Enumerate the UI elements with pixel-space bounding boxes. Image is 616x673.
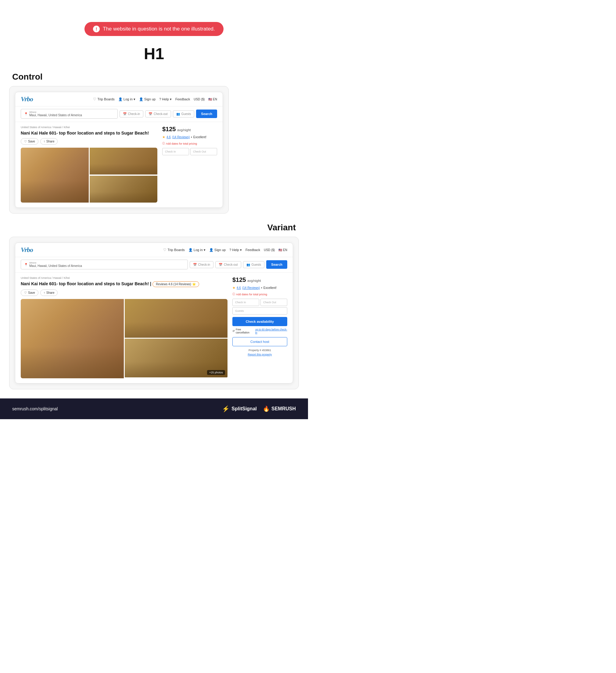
variant-search-bar: 📍 Where Maui, Hawaii, United States of A… [15, 257, 293, 273]
control-header: Vrbo ♡ Trip Boards 👤 Log in ▾ 👤 Sign up … [15, 92, 223, 106]
control-feedback[interactable]: Feedback [175, 97, 190, 101]
variant-header: Vrbo ♡ Trip Boards 👤 Log in ▾ 👤 Sign up … [15, 243, 293, 257]
refresh-icon: ↺ [232, 329, 235, 332]
splitsignal-logo: ⚡ SplitSignal [222, 405, 257, 413]
control-where-input[interactable]: 📍 Where Maui, Hawaii, United States of A… [21, 109, 118, 119]
control-checkin-input[interactable]: Check In [162, 148, 189, 155]
variant-add-dates: ⓘ Add dates for total pricing [232, 292, 287, 296]
calendar-icon-2: 📅 [148, 112, 152, 116]
variant-share-button[interactable]: ↑ Share [40, 289, 58, 296]
control-label: Control [12, 72, 308, 82]
chevron-icon-v: ▾ [204, 248, 206, 252]
variant-breadcrumb: United States of America / Hawaii / Kihe… [21, 276, 228, 279]
variant-price: $125 avg/night [232, 276, 287, 283]
control-checkout-input[interactable]: Check Out [190, 148, 217, 155]
variant-login[interactable]: 👤 Log in ▾ [189, 248, 206, 252]
report-property-link[interactable]: Report this property [232, 353, 287, 356]
variant-guests[interactable]: 👥 Guests [243, 261, 265, 268]
variant-window: Vrbo ♡ Trip Boards 👤 Log in ▾ 👤 Sign up … [15, 243, 293, 384]
control-trip-boards[interactable]: ♡ Trip Boards [93, 97, 114, 101]
control-side-image-1[interactable] [90, 148, 158, 175]
variant-card: Vrbo ♡ Trip Boards 👤 Log in ▾ 👤 Sign up … [9, 237, 299, 389]
control-language[interactable]: 🇺🇸 EN [208, 97, 217, 101]
control-guests[interactable]: 👥 Guests [173, 110, 195, 118]
property-number: Property # 453861 [232, 349, 287, 352]
page-heading: H1 [0, 44, 308, 63]
info-icon-v: ⓘ [232, 292, 235, 296]
heart-save-icon: ♡ [24, 140, 27, 143]
control-images [21, 148, 158, 203]
variant-checkout-input[interactable]: Check Out [260, 299, 287, 306]
variant-main-image[interactable] [21, 299, 124, 378]
control-currency[interactable]: USD ($) [194, 97, 205, 101]
help-icon-v: ? [229, 248, 231, 252]
calendar-icon-v2: 📅 [219, 263, 222, 266]
variant-property-left: United States of America / Hawaii / Kihe… [21, 276, 228, 378]
variant-trip-boards[interactable]: ♡ Trip Boards [163, 248, 185, 252]
variant-help[interactable]: ? Help ▾ [229, 248, 242, 252]
variant-property-content: United States of America / Hawaii / Kihe… [15, 273, 293, 383]
control-date-inputs: Check In Check Out [162, 148, 217, 155]
control-vrbo-logo: Vrbo [21, 95, 33, 103]
variant-search-button[interactable]: Search [266, 260, 287, 269]
calendar-icon: 📅 [123, 112, 126, 116]
control-help[interactable]: ? Help ▾ [159, 97, 172, 101]
control-save-button[interactable]: ♡ Save [21, 138, 38, 145]
control-login[interactable]: 👤 Log in ▾ [118, 97, 135, 101]
variant-vrbo-logo: Vrbo [21, 246, 33, 254]
control-rating: ★ 4.6 (14 Reviews) • Excellent! [162, 135, 217, 139]
control-window: Vrbo ♡ Trip Boards 👤 Log in ▾ 👤 Sign up … [15, 92, 223, 208]
variant-pricing: $125 avg/night ★ 4.6 (14 Reviews) • Exce… [232, 276, 287, 378]
control-breadcrumb: United States of America / Hawaii / Kihe… [21, 126, 158, 129]
star-icon: ★ [162, 135, 165, 139]
variant-label: Variant [0, 223, 296, 232]
semrush-icon: 🔥 [263, 406, 270, 412]
chevron-icon: ▾ [133, 97, 135, 101]
control-main-image[interactable] [21, 148, 89, 203]
location-icon-v: 📍 [24, 263, 28, 266]
footer-logos: ⚡ SplitSignal 🔥 SEMRUSH [222, 405, 296, 413]
user-plus-icon-v: 👤 [209, 248, 214, 252]
user-icon: 👤 [118, 97, 122, 101]
heart-save-icon-v: ♡ [24, 291, 27, 294]
variant-checkout[interactable]: 📅 Check-out [215, 261, 241, 268]
control-property-title: Nani Kai Hale 601- top floor location an… [21, 130, 158, 136]
variant-save-button[interactable]: ♡ Save [21, 289, 38, 296]
photos-count-overlay[interactable]: +25 photos [207, 370, 225, 375]
check-availability-button[interactable]: Check availability [232, 317, 287, 326]
variant-rating: ★ 4.6 (14 Reviews) • Excellent! [232, 286, 287, 290]
contact-host-button[interactable]: Contact host [232, 337, 287, 346]
variant-checkin-input[interactable]: Check In [232, 299, 259, 306]
control-price: $125 avg/night [162, 126, 217, 133]
share-icon-v: ↑ [44, 291, 45, 294]
share-icon: ↑ [44, 140, 45, 143]
variant-guests-input[interactable]: Guests [232, 307, 287, 314]
variant-language[interactable]: 🇺🇸 EN [278, 248, 287, 252]
variant-nav: ♡ Trip Boards 👤 Log in ▾ 👤 Sign up ? Hel… [163, 248, 287, 252]
control-side-image-2[interactable] [90, 176, 158, 203]
footer: semrush.com/splitsignal ⚡ SplitSignal 🔥 … [0, 399, 308, 419]
control-checkout[interactable]: 📅 Check-out [145, 110, 171, 118]
chevron-down-icon: ▾ [170, 97, 172, 101]
control-share-button[interactable]: ↑ Share [40, 138, 58, 145]
variant-signup[interactable]: 👤 Sign up [209, 248, 226, 252]
variant-checkin[interactable]: 📅 Check-in [190, 261, 214, 268]
variant-where-input[interactable]: 📍 Where Maui, Hawaii, United States of A… [21, 260, 188, 269]
guests-icon-v: 👥 [246, 263, 250, 266]
info-icon: ⓘ [162, 142, 165, 146]
variant-currency[interactable]: USD ($) [264, 248, 275, 252]
variant-images: +25 photos [21, 299, 228, 378]
variant-side-image-1[interactable] [125, 299, 228, 338]
control-search-button[interactable]: Search [196, 109, 217, 118]
control-actions: ♡ Save ↑ Share [21, 138, 158, 145]
user-icon-v: 👤 [189, 248, 193, 252]
control-signup[interactable]: 👤 Sign up [139, 97, 156, 101]
control-add-dates: ⓘ Add dates for total pricing [162, 142, 217, 146]
alert-text: The website in question is not the one i… [103, 26, 215, 32]
variant-side-image-2[interactable]: +25 photos [125, 339, 228, 377]
heart-icon: ♡ [93, 97, 96, 101]
free-cancellation: ↺ Free cancellation up to 60 days before… [232, 328, 287, 334]
variant-reviews-badge[interactable]: Reviews 4.6 (14 Reviews) ⭐ [152, 281, 199, 287]
control-checkin[interactable]: 📅 Check-in [119, 110, 143, 118]
variant-feedback[interactable]: Feedback [246, 248, 260, 252]
